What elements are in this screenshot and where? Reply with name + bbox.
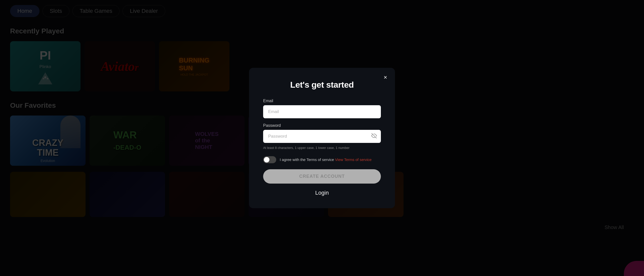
login-modal: × Let's get started Email Password At le… — [249, 68, 395, 208]
modal-title: Let's get started — [263, 80, 381, 90]
login-link[interactable]: Login — [263, 190, 381, 196]
terms-text: I agree with the Terms of service View T… — [280, 157, 372, 163]
terms-row: I agree with the Terms of service View T… — [263, 156, 381, 163]
email-input[interactable] — [263, 105, 381, 118]
modal-close-button[interactable]: × — [381, 73, 390, 82]
password-label: Password — [263, 123, 381, 128]
password-hint: At least 8 characters, 1 upper case, 1 l… — [263, 145, 381, 150]
password-group: Password At least 8 characters, 1 upper … — [263, 123, 381, 150]
toggle-knob — [264, 157, 269, 162]
eye-icon[interactable] — [371, 133, 377, 140]
terms-toggle[interactable] — [263, 156, 276, 163]
modal-overlay: × Let's get started Email Password At le… — [0, 0, 644, 276]
email-label: Email — [263, 99, 381, 103]
password-wrapper — [263, 130, 381, 143]
email-group: Email — [263, 99, 381, 118]
password-input[interactable] — [263, 130, 381, 143]
terms-link[interactable]: View Terms of service — [335, 157, 372, 162]
create-account-button[interactable]: CREATE ACCOUNT — [263, 169, 381, 184]
